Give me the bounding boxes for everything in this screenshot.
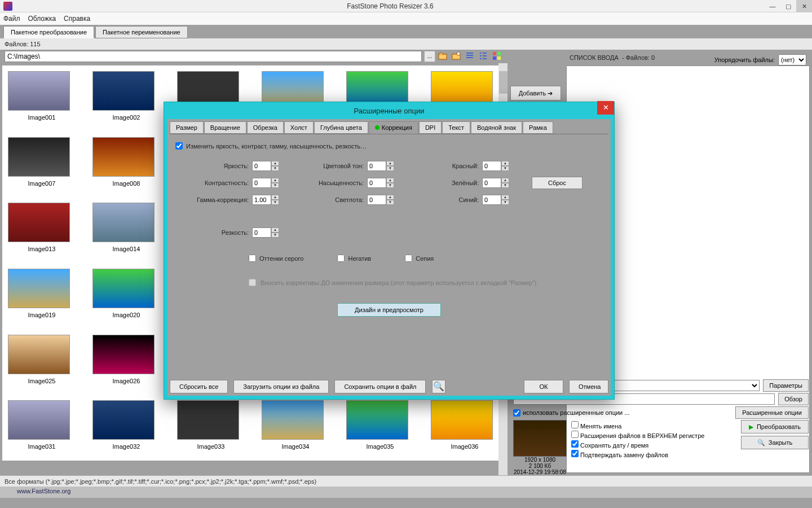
- design-preview-button[interactable]: Дизайн и предпросмотр: [337, 303, 441, 317]
- reset-all-button[interactable]: Сбросить все: [170, 380, 228, 393]
- dialog-tab[interactable]: DPI: [419, 121, 442, 134]
- dialog-tabs: РазмерВращениеОбрезкаХолстГлубина цветаК…: [170, 121, 608, 134]
- thumbnail-item[interactable]: Image031: [8, 400, 76, 455]
- thumbnail-label: Image025: [8, 378, 76, 384]
- svg-rect-6: [497, 56, 501, 60]
- keep-date-check[interactable]: Сохранять дату / время: [571, 440, 736, 449]
- folder-up-icon[interactable]: [438, 51, 448, 62]
- hue-input[interactable]: [367, 161, 386, 171]
- thumbnail-label: Image033: [177, 443, 245, 450]
- thumbnail-image: [92, 400, 155, 440]
- thumbnail-item[interactable]: Image020: [92, 269, 160, 323]
- minimize-button[interactable]: —: [765, 0, 780, 12]
- sort-select[interactable]: (нет): [778, 54, 806, 65]
- params-button[interactable]: Параметры: [763, 379, 809, 392]
- thumbnail-item[interactable]: Image034: [262, 400, 329, 455]
- sepia-check[interactable]: Сепия: [405, 255, 434, 262]
- negative-check[interactable]: Негатив: [337, 255, 371, 262]
- thumbnail-image: [8, 203, 70, 242]
- enable-adjustments-check[interactable]: Изменить яркость, контраст, гамму, насыщ…: [175, 142, 603, 150]
- thumbnail-image: [431, 400, 493, 440]
- thumbnail-item[interactable]: Image025: [8, 335, 76, 389]
- thumbnail-item[interactable]: Image001: [8, 71, 76, 126]
- thumbnail-item[interactable]: Image026: [92, 335, 160, 389]
- dialog-tab[interactable]: Коррекция: [369, 121, 418, 134]
- lightness-input[interactable]: [367, 195, 386, 205]
- menu-help[interactable]: Справка: [64, 15, 90, 23]
- thumbnail-item[interactable]: Image008: [92, 137, 160, 192]
- thumbnail-item[interactable]: Image033: [177, 400, 245, 455]
- search-icon[interactable]: 🔍: [432, 380, 445, 393]
- thumb-view-icon[interactable]: [492, 51, 502, 62]
- list-view-icon[interactable]: [465, 51, 475, 62]
- red-input[interactable]: [482, 161, 501, 171]
- grayscale-check[interactable]: Оттенки серого: [249, 255, 303, 262]
- dialog-tab[interactable]: Вращение: [204, 121, 246, 134]
- thumbnail-label: Image036: [431, 443, 498, 450]
- thumbnail-item[interactable]: Image013: [8, 203, 76, 257]
- sort-row: Упорядочить файлы: (нет): [714, 54, 806, 65]
- brightness-input[interactable]: [252, 161, 271, 171]
- save-options-button[interactable]: Сохранить опции в файл: [334, 380, 426, 393]
- thumbnail-label: Image026: [92, 378, 160, 384]
- confirm-replace-check[interactable]: Подтверждать замену файлов: [571, 450, 736, 458]
- thumbnail-item[interactable]: Image007: [8, 137, 76, 192]
- path-row: ...: [0, 50, 812, 63]
- dialog-tab[interactable]: Водяной знак: [471, 121, 522, 134]
- path-input[interactable]: [5, 51, 422, 62]
- reset-button[interactable]: Сброс: [532, 177, 582, 189]
- thumbnail-item[interactable]: Image019: [8, 269, 76, 323]
- tab-batch-convert[interactable]: Пакетное преобразование: [3, 26, 94, 38]
- dialog-tab[interactable]: Глубина цвета: [314, 121, 368, 134]
- detail-view-icon[interactable]: [479, 51, 489, 62]
- dialog-close-button[interactable]: ✕: [597, 101, 614, 115]
- spin-up-icon[interactable]: ▲: [271, 161, 279, 166]
- rename-check[interactable]: Менять имена: [571, 421, 736, 430]
- main-tabs: Пакетное преобразование Пакетное переиме…: [0, 25, 812, 38]
- thumbnail-image: [346, 400, 408, 440]
- add-button[interactable]: Добавить ➔: [510, 86, 561, 100]
- folder-new-icon[interactable]: [452, 51, 462, 62]
- browse-output-button[interactable]: Обзор: [778, 393, 809, 405]
- thumbnail-label: Image008: [92, 180, 160, 187]
- dialog-tab[interactable]: Обрезка: [247, 121, 284, 134]
- uppercase-ext-check[interactable]: Расширения файлов в ВЕРХНЕМ регистре: [571, 431, 736, 439]
- dialog-tab[interactable]: Рамка: [523, 121, 553, 134]
- thumbnail-image: [8, 71, 70, 111]
- browse-button[interactable]: ...: [424, 51, 435, 62]
- thumbnail-item[interactable]: Image036: [431, 400, 498, 455]
- thumbnail-label: Image019: [8, 312, 76, 318]
- blue-input[interactable]: [482, 195, 501, 205]
- thumbnail-image: [8, 269, 70, 308]
- spin-down-icon[interactable]: ▼: [271, 166, 279, 171]
- tab-batch-rename[interactable]: Пакетное переименование: [95, 26, 188, 38]
- thumbnail-image: [92, 269, 155, 308]
- green-input[interactable]: [482, 178, 501, 188]
- close-button[interactable]: ✕: [796, 0, 812, 12]
- load-options-button[interactable]: Загрузить опции из файла: [233, 380, 329, 393]
- menu-file[interactable]: Файл: [3, 15, 20, 23]
- ok-button[interactable]: ОК: [524, 380, 563, 393]
- maximize-button[interactable]: ▢: [780, 0, 796, 12]
- dialog-tab[interactable]: Текст: [442, 121, 470, 134]
- svg-point-2: [457, 52, 460, 55]
- thumbnail-item[interactable]: Image014: [92, 203, 160, 257]
- thumbnail-item[interactable]: Image002: [92, 71, 160, 126]
- close-app-button[interactable]: 🔍Закрыть: [741, 436, 809, 449]
- saturation-input[interactable]: [367, 178, 386, 188]
- contrast-input[interactable]: [252, 178, 271, 188]
- convert-button[interactable]: ▶Преобразовать: [741, 420, 809, 433]
- dialog-tab[interactable]: Размер: [170, 121, 204, 134]
- advanced-check[interactable]: исползовать расширеннные опции ...: [513, 409, 732, 417]
- thumbnail-item[interactable]: Image032: [92, 400, 160, 455]
- thumbnail-image: [177, 400, 239, 440]
- thumbnail-item[interactable]: Image035: [346, 400, 414, 455]
- menu-skin[interactable]: Обложка: [28, 15, 56, 23]
- gamma-input[interactable]: [252, 195, 271, 205]
- cancel-button[interactable]: Отмена: [569, 380, 608, 393]
- window-title: FastStone Photo Resizer 3.6: [16, 2, 765, 10]
- website-link[interactable]: www.FastStone.org: [17, 488, 70, 494]
- advanced-options-button[interactable]: Расширенные опции: [735, 406, 809, 419]
- sharpness-input[interactable]: [252, 227, 271, 238]
- dialog-tab[interactable]: Холст: [284, 121, 314, 134]
